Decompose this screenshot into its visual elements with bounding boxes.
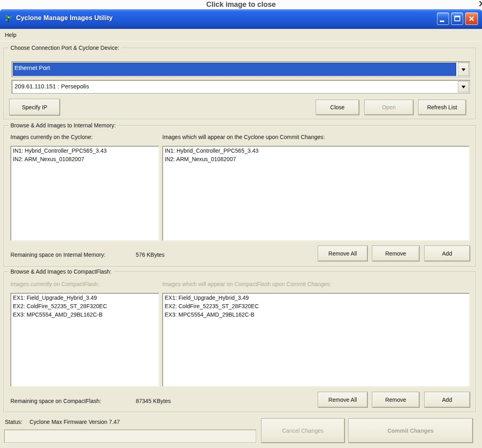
compactflash-groupbox: Browse & Add Images to CompactFlash: Ima… [4, 272, 476, 412]
internal-remaining-value: 576 KBytes [136, 252, 165, 258]
internal-memory-groupbox: Browse & Add Images to Internal Memory: … [4, 125, 476, 267]
status-label: Status: [5, 419, 22, 425]
close-button[interactable]: ✕ [465, 12, 478, 25]
list-item[interactable]: IN2: ARM_Nexus_01082007 [163, 155, 469, 164]
internal-current-label: Images currently on the Cyclone: [10, 134, 93, 140]
menubar: Help [1, 30, 481, 41]
minimize-icon [440, 20, 444, 22]
internal-remove-all-button[interactable]: Remove All [318, 245, 368, 261]
lightbox-bar[interactable]: Click image to close ✕ [0, 0, 482, 9]
compactflash-group-title: Browse & Add Images to CompactFlash: [8, 268, 113, 275]
cancel-changes-button[interactable]: Cancel Changes [261, 418, 345, 443]
progress-bar [4, 430, 256, 443]
cf-current-label: Images currently on CompactFlash: [10, 281, 99, 287]
status-row: Status: Cyclone Max Firmware Version 7.4… [5, 419, 120, 425]
close-icon: ✕ [466, 14, 478, 24]
menu-help[interactable]: Help [1, 30, 20, 38]
list-item[interactable]: EX3: MPC5554_AMD_29BL162C-B [11, 311, 159, 319]
connection-groupbox: Choose Connection Port & Cyclone Device:… [4, 48, 476, 119]
port-select-arrow[interactable] [458, 63, 469, 76]
connection-group-title: Choose Connection Port & Cyclone Device: [8, 45, 121, 51]
list-item[interactable]: EX1: Field_Upgrade_Hybrid_3.49 [163, 294, 469, 302]
dropdown-arrow-icon [462, 68, 466, 71]
port-select-value: Ethernet Port [13, 63, 456, 76]
open-port-button[interactable]: Open [364, 100, 413, 115]
list-item[interactable]: EX1: Field_Upgrade_Hybrid_3.49 [11, 294, 159, 302]
list-item[interactable]: IN1: Hybrid_Controller_PPC565_3.43 [11, 147, 159, 155]
internal-add-button[interactable]: Add [424, 245, 470, 261]
refresh-list-button[interactable]: Refresh List [418, 100, 466, 115]
internal-pending-list[interactable]: IN1: Hybrid_Controller_PPC565_3.43IN2: A… [162, 146, 470, 241]
internal-pending-label: Images which will appear on the Cyclone … [162, 134, 325, 140]
app-icon [4, 14, 13, 24]
window-controls: ✕ [437, 12, 478, 25]
port-select[interactable]: Ethernet Port [12, 61, 470, 77]
internal-current-list[interactable]: IN1: Hybrid_Controller_PPC565_3.43IN2: A… [10, 146, 159, 241]
maximize-button[interactable] [451, 12, 463, 25]
dropdown-arrow-icon [462, 86, 466, 88]
screenshot-stage: Click image to close ✕ Cyclone Manage Im… [0, 0, 482, 448]
cf-pending-label: Images which will appear on CompactFlash… [162, 281, 331, 287]
internal-memory-group-title: Browse & Add Images to Internal Memory: [8, 122, 118, 129]
cf-remaining-value: 87345 KBytes [136, 398, 171, 404]
list-item[interactable]: EX2: ColdFire_52235_ST_28F320EC [163, 302, 469, 311]
device-select[interactable]: 209.61.110.151 : Persepolis [12, 80, 470, 94]
list-item[interactable]: EX3: MPC5554_AMD_29BL162C-B [163, 311, 469, 319]
internal-remaining-label: Remaining space on Internal Memory: [10, 252, 106, 258]
cf-remove-button[interactable]: Remove [372, 392, 419, 407]
device-select-arrow[interactable] [458, 81, 469, 92]
maximize-icon [454, 16, 460, 21]
status-value: Cyclone Max Firmware Version 7.47 [29, 419, 120, 425]
list-item[interactable]: IN1: Hybrid_Controller_PPC565_3.43 [163, 147, 469, 155]
cf-add-button[interactable]: Add [424, 392, 470, 407]
cf-current-list[interactable]: EX1: Field_Upgrade_Hybrid_3.49EX2: ColdF… [10, 293, 159, 387]
minimize-button[interactable] [437, 12, 449, 25]
list-item[interactable]: IN2: ARM_Nexus_01082007 [11, 155, 159, 164]
window-title: Cyclone Manage Images Utility [16, 14, 113, 22]
close-port-button[interactable]: Close [316, 100, 359, 115]
internal-remove-button[interactable]: Remove [372, 245, 419, 261]
device-select-value: 209.61.110.151 : Persepolis [12, 80, 457, 93]
lightbox-caption: Click image to close [0, 0, 482, 9]
cf-pending-list[interactable]: EX1: Field_Upgrade_Hybrid_3.49EX2: ColdF… [162, 293, 470, 387]
lightbox-close-icon[interactable]: ✕ [478, 0, 482, 9]
app-window: Cyclone Manage Images Utility ✕ Help Cho… [0, 9, 482, 448]
cf-remaining-label: Remaining space on CompactFlash: [10, 398, 101, 404]
list-item[interactable]: EX2: ColdFire_52235_ST_28F320EC [11, 302, 159, 311]
commit-changes-button[interactable]: Commit Changes [348, 418, 473, 443]
titlebar[interactable]: Cyclone Manage Images Utility ✕ [0, 9, 482, 29]
cf-remove-all-button[interactable]: Remove All [318, 392, 368, 407]
specify-ip-button[interactable]: Specify IP [9, 99, 60, 115]
